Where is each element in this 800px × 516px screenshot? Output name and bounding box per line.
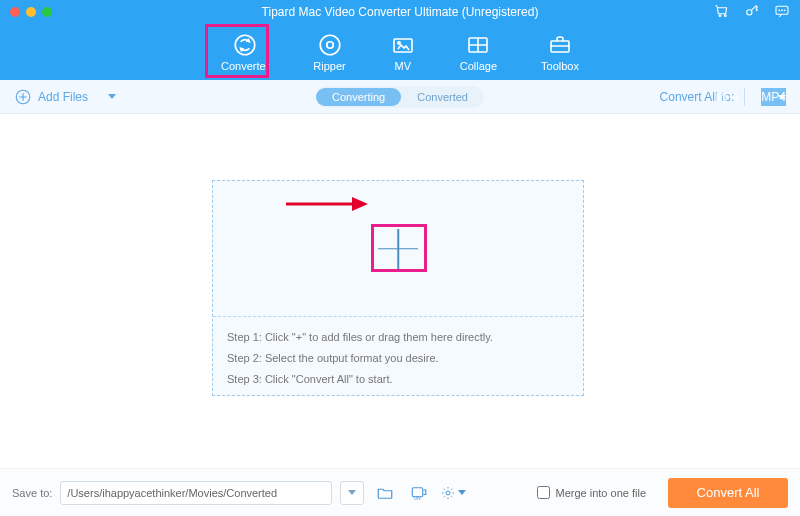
nav-label: Collage xyxy=(460,60,497,72)
step-2: Step 2: Select the output format you des… xyxy=(227,348,569,369)
save-path-dropdown[interactable] xyxy=(340,481,364,505)
step-3: Step 3: Click "Convert All" to start. xyxy=(227,369,569,390)
nav-converter[interactable]: Converter xyxy=(221,32,269,72)
save-path-field[interactable]: /Users/ihappyacethinker/Movies/Converted xyxy=(60,481,332,505)
window-titlebar: Tipard Mac Video Converter Ultimate (Unr… xyxy=(0,0,800,24)
tab-converted[interactable]: Converted xyxy=(401,88,484,106)
chevron-down-icon xyxy=(108,94,116,99)
gpu-accel-button[interactable]: ON xyxy=(406,481,432,505)
toolbox-icon xyxy=(547,32,573,58)
mv-icon xyxy=(390,32,416,58)
nav-label: Toolbox xyxy=(541,60,579,72)
output-format-dropdown[interactable]: MP4 xyxy=(715,86,786,108)
chevron-down-icon xyxy=(348,490,356,495)
svg-rect-10 xyxy=(394,39,412,52)
svg-point-5 xyxy=(782,9,783,10)
svg-point-8 xyxy=(320,35,340,55)
svg-text:ON: ON xyxy=(414,495,421,500)
nav-label: Ripper xyxy=(313,60,345,72)
nav-ripper[interactable]: Ripper xyxy=(313,32,345,72)
merge-label: Merge into one file xyxy=(556,487,647,499)
maximize-window-button[interactable] xyxy=(42,7,52,17)
svg-point-11 xyxy=(398,42,400,44)
settings-button[interactable] xyxy=(440,481,466,505)
step-1: Step 1: Click "+" to add files or drag t… xyxy=(227,327,569,348)
svg-point-2 xyxy=(747,9,752,14)
tab-converting[interactable]: Converting xyxy=(316,88,401,106)
convert-all-button[interactable]: Convert All xyxy=(668,478,788,508)
window-title: Tipard Mac Video Converter Ultimate (Unr… xyxy=(0,5,800,19)
main-nav: Converter Ripper MV Collage Toolbox xyxy=(0,24,800,80)
feedback-icon[interactable] xyxy=(774,3,790,22)
minimize-window-button[interactable] xyxy=(26,7,36,17)
merge-checkbox-input[interactable] xyxy=(537,486,550,499)
chevron-down-icon xyxy=(778,95,786,100)
merge-checkbox[interactable]: Merge into one file xyxy=(537,486,647,499)
status-tabs: Converting Converted xyxy=(316,86,484,108)
instruction-steps: Step 1: Click "+" to add files or drag t… xyxy=(213,317,583,400)
close-window-button[interactable] xyxy=(10,7,20,17)
window-controls xyxy=(0,7,52,17)
svg-point-1 xyxy=(724,14,726,16)
svg-point-6 xyxy=(784,9,785,10)
svg-point-4 xyxy=(779,9,780,10)
svg-point-19 xyxy=(446,491,450,495)
key-icon[interactable] xyxy=(744,3,760,22)
cart-icon[interactable] xyxy=(714,3,730,22)
svg-point-7 xyxy=(235,35,255,55)
chevron-down-icon xyxy=(458,490,466,495)
collage-icon xyxy=(465,32,491,58)
main-area: Step 1: Click "+" to add files or drag t… xyxy=(0,114,800,456)
nav-mv[interactable]: MV xyxy=(390,32,416,72)
open-folder-button[interactable] xyxy=(372,481,398,505)
bottom-bar: Save to: /Users/ihappyacethinker/Movies/… xyxy=(0,468,800,516)
converter-icon xyxy=(232,32,258,58)
nav-collage[interactable]: Collage xyxy=(460,32,497,72)
add-files-button[interactable]: Add Files xyxy=(14,88,116,106)
svg-point-9 xyxy=(326,42,333,49)
nav-label: Converter xyxy=(221,60,269,72)
toolbar: Add Files Converting Converted Convert A… xyxy=(0,80,800,114)
add-files-label: Add Files xyxy=(38,90,88,104)
nav-label: MV xyxy=(394,60,411,72)
save-to-label: Save to: xyxy=(12,487,52,499)
add-files-plus-button[interactable] xyxy=(378,229,418,269)
nav-toolbox[interactable]: Toolbox xyxy=(541,32,579,72)
svg-point-0 xyxy=(719,14,721,16)
ripper-icon xyxy=(317,32,343,58)
dropzone[interactable]: Step 1: Click "+" to add files or drag t… xyxy=(212,180,584,396)
